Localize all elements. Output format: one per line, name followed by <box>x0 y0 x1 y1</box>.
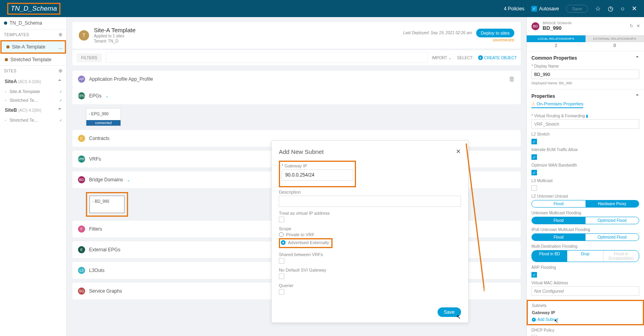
intersite-checkbox[interactable]: ✓ <box>531 154 537 160</box>
vmac-input[interactable] <box>531 286 639 296</box>
close-icon[interactable]: ✕ <box>632 5 637 12</box>
site-b-stretched[interactable]: Stretched Te...✓ <box>0 116 66 124</box>
policies-count[interactable]: 4 Policies <box>504 6 524 12</box>
l2-stretch-checkbox[interactable]: ✓ <box>531 139 537 144</box>
virtual-ip-label: Treat as virtual IP address <box>279 211 461 216</box>
epg-card[interactable]: ◦ EPG_990 connected <box>86 108 121 126</box>
dhcp-label: DHCP Policy <box>531 328 639 332</box>
gateway-ip-header: Gateway IP <box>532 310 639 315</box>
site-a[interactable]: SiteA (ACI) 4.2(6h) ⌃ <box>0 76 66 87</box>
display-name-input[interactable] <box>531 70 639 79</box>
tab-local[interactable]: LOCAL RELATIONSHIPS <box>527 35 586 42</box>
vrf-select[interactable] <box>531 119 639 129</box>
onprem-tab[interactable]: ⚠ On-Premises Properties <box>531 101 583 108</box>
cursor-icon: ↖ <box>456 314 461 320</box>
sites-header: SITES ⊕ <box>0 65 66 76</box>
epgs-section[interactable]: EPG EPGs ⌄ <box>72 87 521 104</box>
template-site-a[interactable]: Site-A Template ... <box>0 40 66 54</box>
chevron-down-icon[interactable]: ⌄ <box>127 178 130 182</box>
app-profile-section[interactable]: AP Application Profile App_Profile 🗑 <box>72 71 521 87</box>
epg-icon: EPG <box>78 92 85 99</box>
template-avatar: T <box>79 30 89 41</box>
filter-input[interactable] <box>106 52 428 63</box>
cursor-icon: ↖ <box>554 318 558 324</box>
scope-label: Scope <box>279 226 461 231</box>
querier-checkbox[interactable] <box>279 289 284 295</box>
check-icon: ✓ <box>531 6 537 12</box>
l3-multicast-checkbox[interactable] <box>531 185 537 191</box>
schema-title: TN_D_Schema <box>7 3 60 15</box>
filters-label: FILTERS <box>76 53 102 62</box>
local-count: 2 <box>527 42 586 51</box>
ext-epg-icon: E <box>78 246 85 253</box>
chevron-up-icon: ⌃ <box>635 55 639 61</box>
arp-flooding-checkbox[interactable]: ✓ <box>531 272 537 278</box>
connected-tag: connected <box>86 120 121 126</box>
vrf-icon: VRF <box>78 155 85 163</box>
chevron-up-icon: ⌃ <box>58 79 62 84</box>
filters-bar: FILTERS IMPORT ⌄ SELECT CREATE OBJECT <box>72 50 521 65</box>
modal-title: Add New Subnet <box>279 148 324 155</box>
properties-header[interactable]: Properties⌃ <box>531 93 639 99</box>
chevron-up-icon: ⌃ <box>635 93 639 99</box>
shared-checkbox[interactable] <box>279 258 284 264</box>
l3out-icon: L3 <box>78 267 85 274</box>
select-button[interactable]: SELECT <box>457 56 473 60</box>
tab-external[interactable]: EXTERNAL RELATIONSHIPS <box>586 35 644 42</box>
close-panel-icon[interactable]: ✕ <box>636 23 640 29</box>
deploy-button[interactable]: Deploy to sites <box>476 29 514 37</box>
check-icon: ✓ <box>59 98 62 103</box>
deployed-name: Deployed Name: BD_990 <box>531 81 639 85</box>
querier-label: Querier <box>279 283 461 288</box>
history-icon[interactable]: ↻ <box>630 23 633 29</box>
gateway-input[interactable] <box>282 169 353 181</box>
right-panel: BD BRIDGE DOMAIN BD_990 ↻ ✕ LOCAL RELATI… <box>526 17 644 336</box>
scope-private-radio[interactable]: Private to VRF <box>279 232 461 237</box>
modal-save-button[interactable]: Save ↖ <box>438 307 461 317</box>
delete-icon[interactable]: 🗑 <box>509 76 515 83</box>
site-a-stretched[interactable]: Stretched Te...✓ <box>0 96 66 105</box>
panel-header: BD BRIDGE DOMAIN BD_990 ↻ ✕ <box>527 17 644 35</box>
add-subnet-button[interactable]: Add Subnet ↖ <box>532 317 639 322</box>
scope-advertised-radio[interactable]: Advertised Externally <box>281 240 329 245</box>
star-icon[interactable]: ☆ <box>595 5 601 12</box>
sg-icon: SG <box>78 287 85 295</box>
save-button[interactable]: Save <box>566 5 588 13</box>
template-icon <box>6 45 10 49</box>
opt-wan-checkbox[interactable]: ✓ <box>531 170 537 175</box>
virtual-ip-checkbox[interactable] <box>279 217 284 222</box>
create-object-button[interactable]: CREATE OBJECT <box>478 55 517 60</box>
contracts-icon: C <box>78 135 85 142</box>
template-header: T Site-A Template Applied to 1 sites Ten… <box>72 22 521 49</box>
add-template-icon[interactable]: ⊕ <box>58 32 63 37</box>
bookmark-icon: ▮ <box>586 114 588 118</box>
template-stretched[interactable]: Stretched Template <box>0 54 66 65</box>
autosave-toggle[interactable]: ✓ Autosave <box>531 6 559 12</box>
description-input[interactable] <box>279 196 461 207</box>
check-icon: ✓ <box>59 118 62 122</box>
filters-icon: F <box>78 225 85 233</box>
no-default-checkbox[interactable] <box>279 274 284 279</box>
chevron-down-icon[interactable]: ⌄ <box>105 94 109 98</box>
gateway-highlight: * Gateway IP <box>279 161 356 187</box>
site-b[interactable]: SiteB (ACI) 4.2(6h) ⌃ <box>0 105 66 116</box>
multi-dest-toggle[interactable]: Flood in BDDropFlood in Encapsulation <box>531 250 639 262</box>
templates-header: TEMPLATES ⊕ <box>0 29 66 40</box>
check-icon: ✓ <box>59 89 62 94</box>
l2-unknown-toggle[interactable]: FloodHardware Proxy <box>531 200 639 208</box>
sidebar-schema[interactable]: TN_D_Schema <box>0 17 66 29</box>
import-button[interactable]: IMPORT ⌄ <box>432 56 451 60</box>
ipv6-unknown-toggle[interactable]: FloodOptimized Flood <box>531 233 639 241</box>
sidebar: TN_D_Schema TEMPLATES ⊕ Site-A Template … <box>0 17 67 336</box>
site-a-template[interactable]: Site-A Template✓ <box>0 87 66 96</box>
unknown-mcast-toggle[interactable]: FloodOptimized Flood <box>531 217 639 224</box>
more-icon[interactable]: ... <box>58 44 63 50</box>
close-icon[interactable]: ✕ <box>456 148 461 155</box>
bd-card[interactable]: ◦ BD_990 <box>89 196 125 213</box>
add-site-icon[interactable]: ⊕ <box>58 68 63 74</box>
refresh-icon[interactable]: ○ <box>621 5 625 12</box>
template-applied: Applied to 1 sites <box>94 33 136 39</box>
clock-icon[interactable]: ◷ <box>608 5 613 12</box>
template-icon <box>5 58 8 61</box>
common-props-header[interactable]: Common Properties⌃ <box>531 55 639 61</box>
